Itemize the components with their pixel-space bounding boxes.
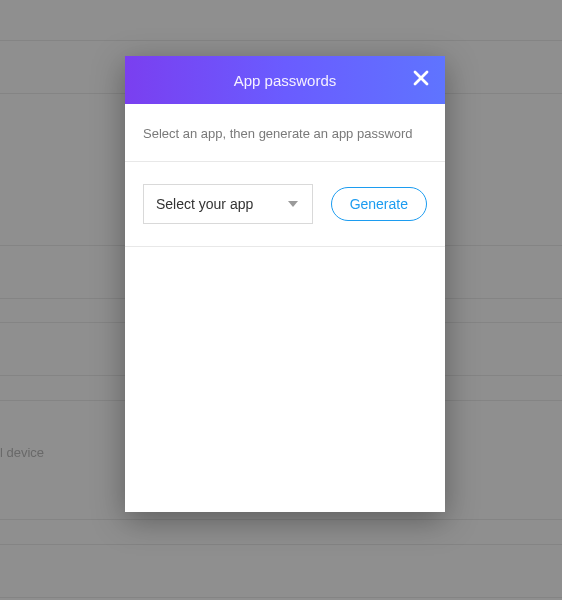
instruction-row: Select an app, then generate an app pass… (125, 104, 445, 162)
app-select-value: Select your app (156, 196, 253, 212)
generate-button[interactable]: Generate (331, 187, 427, 221)
instruction-text: Select an app, then generate an app pass… (143, 126, 427, 141)
svg-marker-2 (288, 201, 298, 207)
controls-row: Select your app Generate (125, 162, 445, 247)
modal-title: App passwords (234, 72, 337, 89)
modal-header: App passwords (125, 56, 445, 104)
modal-body (125, 247, 445, 512)
app-passwords-modal: App passwords Select an app, then genera… (125, 56, 445, 512)
close-icon (413, 70, 429, 90)
generate-button-label: Generate (350, 196, 408, 212)
app-select[interactable]: Select your app (143, 184, 313, 224)
close-button[interactable] (407, 66, 435, 94)
chevron-down-icon (288, 201, 298, 207)
